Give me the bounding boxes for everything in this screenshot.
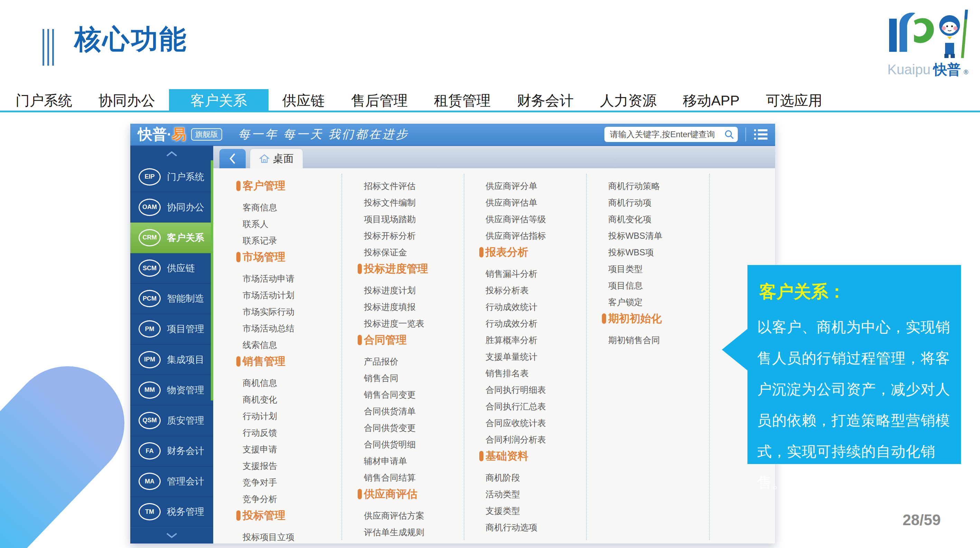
menu-item[interactable]: 投标进度填报 [358, 299, 428, 315]
menu-item[interactable]: 线索信息 [236, 337, 294, 353]
module-tab[interactable]: 门户系统 [16, 91, 72, 110]
menu-item[interactable]: 投标进度一览表 [358, 315, 428, 332]
menu-item[interactable]: 活动类型 [479, 486, 546, 502]
menu-item[interactable]: 支援报告 [236, 457, 294, 474]
menu-item[interactable]: 招标文件评估 [358, 178, 428, 194]
module-tab[interactable]: 人力资源 [600, 91, 657, 110]
menu-item[interactable]: 合同供货明细 [358, 436, 428, 453]
search-icon[interactable] [724, 129, 734, 140]
sidebar-item[interactable]: MM 物资管理 [130, 375, 213, 405]
menu-item[interactable]: 项目现场踏勘 [358, 211, 428, 227]
module-tab[interactable]: 供应链 [282, 91, 325, 110]
menu-item[interactable]: 联系人 [236, 216, 294, 232]
menu-item[interactable]: 行动成效统计 [479, 299, 546, 315]
menu-item[interactable]: 竞争对手 [236, 474, 294, 491]
menu-item[interactable]: 投标保证金 [358, 244, 428, 260]
module-tab[interactable]: 客户关系 [169, 89, 269, 112]
menu-item[interactable]: 合同供货清单 [358, 403, 428, 419]
menu-item[interactable]: 支援申请 [236, 441, 294, 457]
sidebar-item[interactable]: CRM 客户关系 [130, 222, 213, 253]
menu-item[interactable]: 行动计划 [236, 408, 294, 424]
sidebar-item[interactable]: TM 税务管理 [130, 497, 213, 527]
tab-desktop[interactable]: 桌面 [250, 149, 303, 168]
menu-item[interactable]: 投标进度管理 [358, 260, 428, 277]
menu-item[interactable]: 销售合同 [358, 370, 428, 386]
menu-item[interactable]: 客户锁定 [602, 294, 662, 310]
menu-item[interactable]: 合同利润分析表 [479, 431, 546, 448]
menu-item[interactable]: 合同应收统计表 [479, 415, 546, 431]
menu-item[interactable]: 投标进度计划 [358, 282, 428, 299]
module-tab[interactable]: 租赁管理 [434, 91, 491, 110]
menu-item[interactable]: 投标文件编制 [358, 194, 428, 211]
menu-item[interactable]: 销售漏斗分析 [479, 265, 546, 282]
sidebar-item[interactable]: IPM 集成项目 [130, 345, 213, 375]
menu-item[interactable]: 商机行动策略 [602, 178, 662, 194]
menu-item[interactable]: 销售合同变更 [358, 386, 428, 403]
menu-item[interactable]: 报表分析 [479, 244, 546, 260]
menu-item[interactable]: 投标WBS清单 [602, 227, 662, 244]
sidebar-item[interactable]: PCM 智能制造 [130, 284, 213, 314]
menu-item[interactable]: 市场活动总结 [236, 320, 294, 337]
menu-item[interactable]: 供应商评分单 [479, 178, 546, 194]
menu-item[interactable]: 投标分析表 [479, 282, 546, 299]
menu-item[interactable]: 市场活动计划 [236, 287, 294, 303]
sidebar-scroll-down[interactable] [130, 527, 213, 543]
menu-item[interactable]: 商机信息 [236, 375, 294, 391]
sidebar-item[interactable]: EIP 门户系统 [130, 162, 213, 192]
menu-item[interactable]: 商机变化项 [602, 211, 662, 227]
menu-item[interactable]: 投标开标分析 [358, 227, 428, 244]
sidebar-scroll-up[interactable] [130, 146, 213, 162]
sidebar-item[interactable]: QSM 质安管理 [130, 405, 213, 436]
sidebar-item[interactable]: FA 财务会计 [130, 436, 213, 467]
menu-item[interactable]: 商机行动项 [602, 194, 662, 211]
menu-item[interactable]: 辅材申请单 [358, 453, 428, 469]
menu-item[interactable]: 联系记录 [236, 232, 294, 249]
menu-item[interactable]: 销售排名表 [479, 365, 546, 381]
menu-item[interactable]: 期初初始化 [602, 310, 662, 327]
menu-item[interactable]: 销售合同结算 [358, 469, 428, 486]
menu-item[interactable]: 商机行动选项 [479, 519, 546, 535]
menu-item[interactable]: 市场实际行动 [236, 303, 294, 320]
sidebar-item[interactable]: MA 管理会计 [130, 467, 213, 497]
menu-list-icon[interactable] [754, 129, 767, 140]
menu-item[interactable]: 投标管理 [236, 507, 294, 524]
menu-item[interactable]: 客商信息 [236, 199, 294, 216]
menu-item[interactable]: 合同执行汇总表 [479, 398, 546, 415]
module-tab[interactable]: 财务会计 [517, 91, 574, 110]
module-tab[interactable]: 协同办公 [99, 91, 155, 110]
menu-item[interactable]: 供应商评估方案 [358, 507, 428, 524]
menu-item[interactable]: 销售管理 [236, 353, 294, 370]
module-tab[interactable]: 移动APP [683, 91, 740, 110]
back-button[interactable] [220, 149, 246, 168]
search-input[interactable] [609, 129, 724, 140]
menu-item[interactable]: 供应商评估等级 [479, 211, 546, 227]
menu-item[interactable]: 合同供货变更 [358, 419, 428, 436]
menu-item[interactable]: 客户管理 [236, 178, 294, 194]
menu-item[interactable]: 支援类型 [479, 502, 546, 519]
sidebar-item[interactable]: SCM 供应链 [130, 253, 213, 284]
menu-item[interactable]: 项目信息 [602, 277, 662, 294]
menu-item[interactable]: 市场活动申请 [236, 270, 294, 287]
menu-item[interactable]: 竞争分析 [236, 491, 294, 507]
menu-item[interactable]: 市场管理 [236, 249, 294, 265]
menu-item[interactable]: 商机阶段 [479, 469, 546, 486]
menu-item[interactable]: 合同执行明细表 [479, 381, 546, 398]
menu-item[interactable]: 产品报价 [358, 353, 428, 370]
menu-item[interactable]: 期初销售合同 [602, 332, 662, 348]
sidebar-item[interactable]: OAM 协同办公 [130, 192, 213, 222]
menu-item[interactable]: 供应商评估单 [479, 194, 546, 211]
menu-item[interactable]: 基础资料 [479, 448, 546, 464]
menu-item[interactable]: 支援单量统计 [479, 348, 546, 365]
menu-item[interactable]: 合同管理 [358, 332, 428, 348]
sidebar-item[interactable]: PM 项目管理 [130, 314, 213, 345]
menu-item[interactable]: 供应商评估指标 [479, 227, 546, 244]
menu-item[interactable]: 投标项目立项 [236, 529, 294, 545]
menu-item[interactable]: 投标WBS项 [602, 244, 662, 260]
menu-item[interactable]: 项目类型 [602, 260, 662, 277]
menu-item[interactable]: 胜算概率分析 [479, 332, 546, 348]
menu-item[interactable]: 行动反馈 [236, 424, 294, 441]
menu-item[interactable]: 商机变化 [236, 391, 294, 408]
menu-item[interactable]: 行动成效分析 [479, 315, 546, 332]
menu-item[interactable]: 评估单生成规则 [358, 524, 428, 540]
module-tab[interactable]: 售后管理 [351, 91, 408, 110]
